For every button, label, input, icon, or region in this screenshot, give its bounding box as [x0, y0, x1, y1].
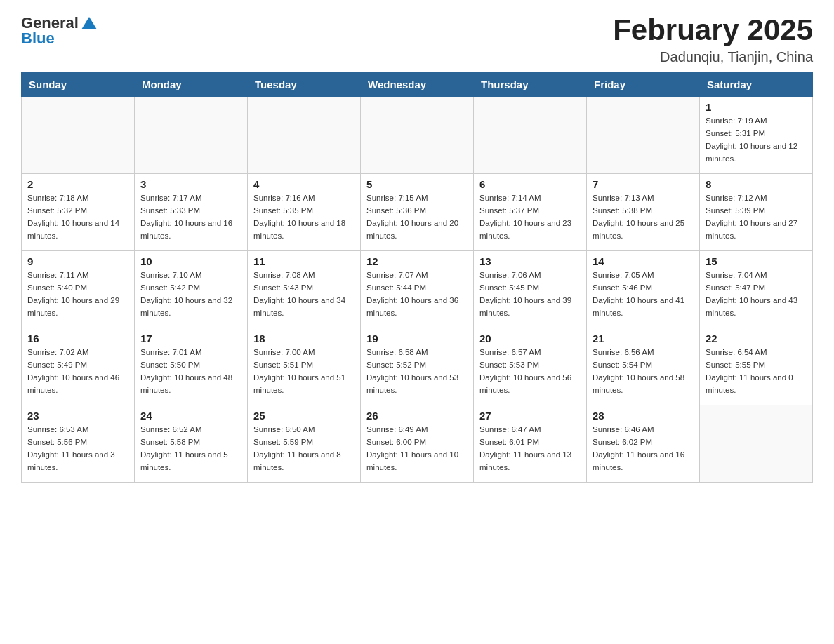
logo: General Blue	[21, 14, 97, 48]
day-number: 2	[27, 178, 128, 190]
calendar-cell: 5Sunrise: 7:15 AMSunset: 5:36 PMDaylight…	[361, 174, 474, 251]
calendar-cell: 17Sunrise: 7:01 AMSunset: 5:50 PMDayligh…	[135, 328, 248, 405]
day-number: 17	[140, 333, 241, 344]
calendar-cell: 6Sunrise: 7:14 AMSunset: 5:37 PMDaylight…	[474, 174, 587, 251]
calendar-cell: 21Sunrise: 6:56 AMSunset: 5:54 PMDayligh…	[587, 328, 700, 405]
calendar-cell: 8Sunrise: 7:12 AMSunset: 5:39 PMDaylight…	[700, 174, 813, 251]
day-info: Sunrise: 7:05 AMSunset: 5:46 PMDaylight:…	[593, 269, 694, 319]
logo-triangle-icon	[81, 15, 97, 31]
calendar-cell: 9Sunrise: 7:11 AMSunset: 5:40 PMDaylight…	[22, 251, 135, 328]
day-number: 18	[253, 333, 355, 344]
day-number: 4	[253, 178, 355, 190]
calendar-cell	[587, 97, 700, 174]
day-number: 12	[366, 255, 468, 267]
day-info: Sunrise: 7:11 AMSunset: 5:40 PMDaylight:…	[27, 269, 128, 319]
day-info: Sunrise: 7:12 AMSunset: 5:39 PMDaylight:…	[706, 192, 807, 242]
calendar-cell: 18Sunrise: 7:00 AMSunset: 5:51 PMDayligh…	[248, 328, 361, 405]
calendar-cell	[700, 405, 813, 483]
day-info: Sunrise: 7:14 AMSunset: 5:37 PMDaylight:…	[479, 192, 581, 242]
day-info: Sunrise: 7:06 AMSunset: 5:45 PMDaylight:…	[479, 269, 581, 319]
day-number: 23	[27, 410, 128, 422]
day-number: 3	[140, 178, 241, 190]
calendar-cell: 13Sunrise: 7:06 AMSunset: 5:45 PMDayligh…	[474, 251, 587, 328]
day-number: 11	[253, 255, 355, 267]
day-info: Sunrise: 7:04 AMSunset: 5:47 PMDaylight:…	[706, 269, 807, 319]
day-number: 13	[479, 255, 581, 267]
day-info: Sunrise: 7:18 AMSunset: 5:32 PMDaylight:…	[27, 192, 128, 242]
calendar-cell: 20Sunrise: 6:57 AMSunset: 5:53 PMDayligh…	[474, 328, 587, 405]
calendar-cell: 2Sunrise: 7:18 AMSunset: 5:32 PMDaylight…	[22, 174, 135, 251]
day-info: Sunrise: 6:49 AMSunset: 6:00 PMDaylight:…	[366, 424, 468, 474]
day-info: Sunrise: 6:53 AMSunset: 5:56 PMDaylight:…	[27, 424, 128, 474]
calendar-title: February 2025	[613, 14, 813, 46]
calendar-cell	[248, 97, 361, 174]
col-thursday: Thursday	[474, 73, 587, 97]
logo-blue-text: Blue	[21, 29, 55, 48]
day-info: Sunrise: 7:07 AMSunset: 5:44 PMDaylight:…	[366, 269, 468, 319]
calendar-cell: 7Sunrise: 7:13 AMSunset: 5:38 PMDaylight…	[587, 174, 700, 251]
title-block: February 2025 Dadunqiu, Tianjin, China	[613, 14, 813, 65]
day-info: Sunrise: 7:15 AMSunset: 5:36 PMDaylight:…	[366, 192, 468, 242]
day-number: 16	[27, 333, 128, 344]
day-number: 8	[706, 178, 807, 190]
day-number: 26	[366, 410, 468, 422]
calendar-cell	[22, 97, 135, 174]
day-number: 9	[27, 255, 128, 267]
day-number: 25	[253, 410, 355, 422]
week-row-0: 1Sunrise: 7:19 AMSunset: 5:31 PMDaylight…	[22, 97, 813, 174]
header-row: Sunday Monday Tuesday Wednesday Thursday…	[22, 73, 813, 97]
day-number: 7	[593, 178, 694, 190]
day-info: Sunrise: 7:19 AMSunset: 5:31 PMDaylight:…	[706, 115, 807, 165]
day-info: Sunrise: 6:50 AMSunset: 5:59 PMDaylight:…	[253, 424, 355, 474]
day-number: 28	[593, 410, 694, 422]
day-number: 20	[479, 333, 581, 344]
day-info: Sunrise: 6:47 AMSunset: 6:01 PMDaylight:…	[479, 424, 581, 474]
calendar-cell: 25Sunrise: 6:50 AMSunset: 5:59 PMDayligh…	[248, 405, 361, 483]
calendar-cell: 27Sunrise: 6:47 AMSunset: 6:01 PMDayligh…	[474, 405, 587, 483]
day-number: 27	[479, 410, 581, 422]
week-row-4: 23Sunrise: 6:53 AMSunset: 5:56 PMDayligh…	[22, 405, 813, 483]
calendar-cell: 16Sunrise: 7:02 AMSunset: 5:49 PMDayligh…	[22, 328, 135, 405]
calendar-cell	[361, 97, 474, 174]
col-saturday: Saturday	[700, 73, 813, 97]
day-info: Sunrise: 6:57 AMSunset: 5:53 PMDaylight:…	[479, 347, 581, 396]
day-info: Sunrise: 7:02 AMSunset: 5:49 PMDaylight:…	[27, 347, 128, 396]
day-info: Sunrise: 6:58 AMSunset: 5:52 PMDaylight:…	[366, 347, 468, 396]
week-row-2: 9Sunrise: 7:11 AMSunset: 5:40 PMDaylight…	[22, 251, 813, 328]
day-info: Sunrise: 7:17 AMSunset: 5:33 PMDaylight:…	[140, 192, 241, 242]
col-sunday: Sunday	[22, 73, 135, 97]
day-info: Sunrise: 7:10 AMSunset: 5:42 PMDaylight:…	[140, 269, 241, 319]
day-info: Sunrise: 7:00 AMSunset: 5:51 PMDaylight:…	[253, 347, 355, 396]
day-number: 21	[593, 333, 694, 344]
day-number: 15	[706, 255, 807, 267]
calendar-cell: 24Sunrise: 6:52 AMSunset: 5:58 PMDayligh…	[135, 405, 248, 483]
col-wednesday: Wednesday	[361, 73, 474, 97]
col-monday: Monday	[135, 73, 248, 97]
calendar-cell: 28Sunrise: 6:46 AMSunset: 6:02 PMDayligh…	[587, 405, 700, 483]
day-info: Sunrise: 6:54 AMSunset: 5:55 PMDaylight:…	[706, 347, 807, 396]
week-row-1: 2Sunrise: 7:18 AMSunset: 5:32 PMDaylight…	[22, 174, 813, 251]
day-number: 14	[593, 255, 694, 267]
day-number: 10	[140, 255, 241, 267]
day-info: Sunrise: 7:16 AMSunset: 5:35 PMDaylight:…	[253, 192, 355, 242]
day-info: Sunrise: 7:01 AMSunset: 5:50 PMDaylight:…	[140, 347, 241, 396]
calendar-cell: 26Sunrise: 6:49 AMSunset: 6:00 PMDayligh…	[361, 405, 474, 483]
day-info: Sunrise: 6:52 AMSunset: 5:58 PMDaylight:…	[140, 424, 241, 474]
calendar-cell: 1Sunrise: 7:19 AMSunset: 5:31 PMDaylight…	[700, 97, 813, 174]
calendar-cell	[474, 97, 587, 174]
calendar-cell: 14Sunrise: 7:05 AMSunset: 5:46 PMDayligh…	[587, 251, 700, 328]
day-number: 24	[140, 410, 241, 422]
week-row-3: 16Sunrise: 7:02 AMSunset: 5:49 PMDayligh…	[22, 328, 813, 405]
day-info: Sunrise: 7:08 AMSunset: 5:43 PMDaylight:…	[253, 269, 355, 319]
page-header: General Blue February 2025 Dadunqiu, Tia…	[21, 14, 813, 65]
calendar-cell: 10Sunrise: 7:10 AMSunset: 5:42 PMDayligh…	[135, 251, 248, 328]
day-number: 5	[366, 178, 468, 190]
calendar-cell: 22Sunrise: 6:54 AMSunset: 5:55 PMDayligh…	[700, 328, 813, 405]
calendar-cell: 12Sunrise: 7:07 AMSunset: 5:44 PMDayligh…	[361, 251, 474, 328]
day-number: 1	[706, 101, 807, 113]
day-number: 19	[366, 333, 468, 344]
calendar-cell: 11Sunrise: 7:08 AMSunset: 5:43 PMDayligh…	[248, 251, 361, 328]
svg-marker-0	[81, 17, 97, 29]
calendar-cell	[135, 97, 248, 174]
calendar-cell: 4Sunrise: 7:16 AMSunset: 5:35 PMDaylight…	[248, 174, 361, 251]
